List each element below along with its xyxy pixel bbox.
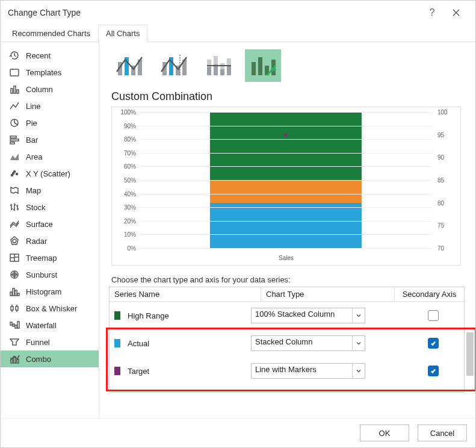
tab-recommended[interactable]: Recommended Charts xyxy=(4,25,98,42)
sidebar-item-label: Area xyxy=(26,152,42,161)
sidebar-item-label: Radar xyxy=(26,237,47,246)
series-row-high-range: High Range100% Stacked Column xyxy=(110,302,464,329)
chart-preview: 0%10%20%30%40%50%60%70%80%90%100% 707580… xyxy=(111,107,461,266)
chart-type-dropdown[interactable]: Stacked Column xyxy=(251,335,365,351)
sidebar-item-funnel[interactable]: Funnel xyxy=(1,334,99,350)
svg-rect-20 xyxy=(17,293,19,296)
waterfall-icon xyxy=(9,320,20,331)
stock-icon xyxy=(9,202,20,213)
svg-rect-26 xyxy=(17,322,19,328)
sidebar-item-label: Column xyxy=(26,85,53,94)
svg-rect-6 xyxy=(10,139,19,141)
svg-rect-25 xyxy=(15,325,17,328)
sidebar-item-templates[interactable]: Templates xyxy=(1,64,99,81)
sidebar-item-waterfall[interactable]: Waterfall xyxy=(1,317,99,334)
sidebar-item-stock[interactable]: Stock xyxy=(1,199,99,216)
combo-subtype-3[interactable] xyxy=(200,49,236,82)
series-instruction: Choose the chart type and axis for your … xyxy=(111,275,473,284)
svg-rect-29 xyxy=(17,359,19,363)
treemap-icon xyxy=(9,252,20,263)
chart-type-dropdown[interactable]: 100% Stacked Column xyxy=(251,308,365,323)
sidebar-item-radar[interactable]: Radar xyxy=(1,232,99,249)
secondary-axis-checkbox[interactable] xyxy=(428,366,439,376)
sidebar-item-label: Histogram xyxy=(26,287,61,296)
secondary-axis-checkbox[interactable] xyxy=(428,310,439,321)
col-secondary: Secondary Axis xyxy=(395,287,464,301)
svg-rect-5 xyxy=(10,136,16,138)
sidebar-item-label: X Y (Scatter) xyxy=(26,169,70,178)
histogram-icon xyxy=(9,286,20,297)
chart-type-value: 100% Stacked Column xyxy=(252,308,352,323)
svg-rect-1 xyxy=(11,89,13,93)
combo-subtype-row xyxy=(109,49,473,86)
svg-rect-2 xyxy=(14,86,16,93)
svg-rect-39 xyxy=(207,67,211,75)
tab-strip: Recommended Charts All Charts xyxy=(1,25,475,42)
sidebar-item-label: Box & Whisker xyxy=(26,304,77,313)
svg-marker-12 xyxy=(11,237,18,244)
sidebar-item-label: Funnel xyxy=(26,338,50,347)
sidebar-item-pie[interactable]: Pie xyxy=(1,114,99,131)
box-icon xyxy=(9,303,20,314)
sidebar-item-map[interactable]: Map xyxy=(1,182,99,199)
svg-rect-7 xyxy=(10,142,14,144)
radar-icon xyxy=(9,235,20,246)
sidebar-item-label: Recent xyxy=(26,51,51,60)
sidebar-item-sunburst[interactable]: Sunburst xyxy=(1,266,99,283)
tab-all-charts[interactable]: All Charts xyxy=(98,25,147,42)
help-button[interactable]: ? xyxy=(420,1,444,25)
chevron-down-icon xyxy=(352,336,365,350)
svg-point-11 xyxy=(13,173,14,175)
dialog-title: Change Chart Type xyxy=(8,8,81,17)
sidebar-item-label: Bar xyxy=(26,135,38,145)
funnel-icon xyxy=(9,337,20,347)
sidebar-item-area[interactable]: Area xyxy=(1,148,99,165)
cancel-button[interactable]: Cancel xyxy=(418,425,467,441)
sidebar-item-column[interactable]: Column xyxy=(1,81,99,98)
svg-point-10 xyxy=(16,173,18,175)
sidebar-item-label: Waterfall xyxy=(26,321,57,330)
svg-rect-0 xyxy=(10,69,19,76)
sidebar-item-label: Sunburst xyxy=(26,270,57,279)
chart-type-value: Stacked Column xyxy=(252,336,352,350)
chart-type-dropdown[interactable]: Line with Markers xyxy=(251,363,365,379)
secondary-axis-checkbox[interactable] xyxy=(428,338,439,349)
series-scrollbar[interactable] xyxy=(466,302,474,393)
combo-subtype-4-custom[interactable] xyxy=(245,49,281,82)
sidebar-item-recent[interactable]: Recent xyxy=(1,47,99,64)
sidebar-item-label: Pie xyxy=(26,119,37,128)
line-icon xyxy=(9,101,20,111)
series-name: Target xyxy=(128,367,251,376)
series-grid: Series Name Chart Type Secondary Axis Hi… xyxy=(109,287,465,393)
sunburst-icon xyxy=(9,269,20,280)
recent-icon xyxy=(9,50,20,61)
combo-subtype-2[interactable] xyxy=(156,49,192,82)
chevron-down-icon xyxy=(352,364,365,378)
sidebar-item-histogram[interactable]: Histogram xyxy=(1,283,99,300)
pie-icon xyxy=(9,117,20,128)
sidebar-item-surface[interactable]: Surface xyxy=(1,216,99,232)
series-swatch xyxy=(114,339,120,347)
series-name: Actual xyxy=(128,339,251,348)
bar-icon xyxy=(9,134,20,145)
svg-rect-3 xyxy=(17,90,19,93)
sidebar-item-combo[interactable]: Combo xyxy=(1,350,99,367)
combo-subtype-1[interactable] xyxy=(111,49,147,82)
sidebar-item-scatter[interactable]: X Y (Scatter) xyxy=(1,165,99,182)
svg-rect-42 xyxy=(214,56,218,64)
sidebar-item-treemap[interactable]: Treemap xyxy=(1,249,99,266)
svg-rect-43 xyxy=(220,69,224,75)
sidebar-item-box[interactable]: Box & Whisker xyxy=(1,300,99,317)
col-series-name: Series Name xyxy=(110,287,261,301)
svg-marker-13 xyxy=(13,239,16,243)
section-title: Custom Combination xyxy=(111,90,473,103)
surface-icon xyxy=(9,219,20,229)
close-button[interactable] xyxy=(444,1,468,25)
sidebar-item-bar[interactable]: Bar xyxy=(1,131,99,148)
sidebar-item-line[interactable]: Line xyxy=(1,98,99,114)
scatter-icon xyxy=(9,168,20,179)
svg-rect-19 xyxy=(15,290,17,296)
series-name: High Range xyxy=(128,311,251,320)
svg-rect-45 xyxy=(227,66,231,75)
ok-button[interactable]: OK xyxy=(360,425,409,441)
